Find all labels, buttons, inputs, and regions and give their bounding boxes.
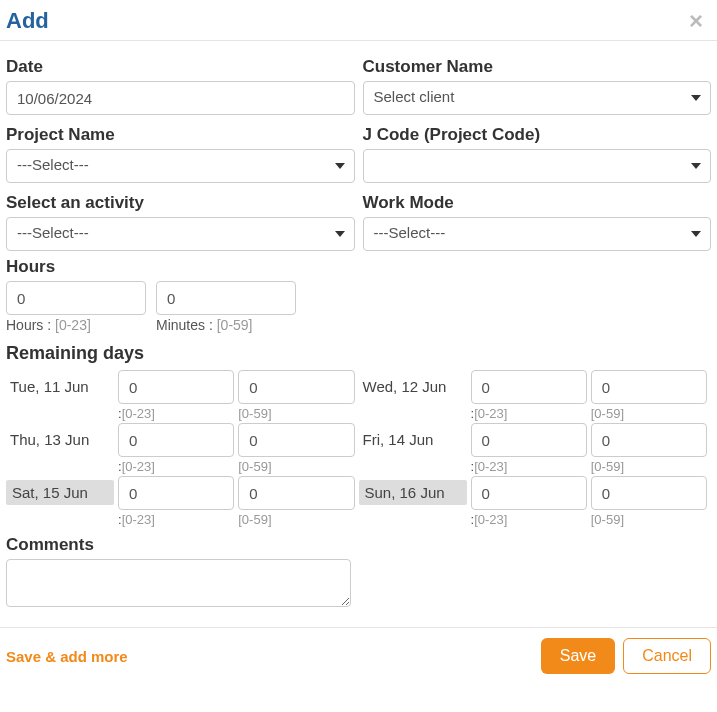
date-input[interactable] — [6, 81, 355, 115]
remaining-day-hours-hint: :[0-23] — [118, 512, 234, 527]
jcode-label: J Code (Project Code) — [363, 125, 712, 145]
remaining-day-minutes-hint: [0-59] — [591, 512, 707, 527]
workmode-select[interactable]: ---Select--- — [363, 217, 712, 251]
remaining-day-label: Fri, 14 Jun — [359, 423, 467, 452]
remaining-day-hours-input[interactable] — [471, 423, 587, 457]
close-icon[interactable]: × — [681, 9, 711, 33]
remaining-day-minutes-hint: [0-59] — [591, 406, 707, 421]
remaining-day-label: Thu, 13 Jun — [6, 423, 114, 452]
remaining-day-minutes-input[interactable] — [238, 423, 354, 457]
remaining-day-label: Wed, 12 Jun — [359, 370, 467, 399]
save-button[interactable]: Save — [541, 638, 615, 674]
remaining-day-hours-input[interactable] — [118, 370, 234, 404]
remaining-day-minutes-input[interactable] — [238, 370, 354, 404]
remaining-day-label: Sun, 16 Jun — [359, 480, 467, 505]
remaining-day-cell: Sun, 16 Jun:[0-23][0-59] — [359, 474, 712, 527]
minutes-input[interactable] — [156, 281, 296, 315]
remaining-day-minutes-input[interactable] — [591, 423, 707, 457]
remaining-day-cell: Wed, 12 Jun:[0-23][0-59] — [359, 368, 712, 421]
customer-select[interactable]: Select client — [363, 81, 712, 115]
remaining-day-minutes-input[interactable] — [591, 476, 707, 510]
remaining-day-label: Tue, 11 Jun — [6, 370, 114, 399]
remaining-day-hours-input[interactable] — [118, 423, 234, 457]
remaining-day-hours-hint: :[0-23] — [471, 459, 587, 474]
remaining-day-minutes-input[interactable] — [591, 370, 707, 404]
customer-label: Customer Name — [363, 57, 712, 77]
remaining-day-hours-hint: :[0-23] — [471, 406, 587, 421]
modal-title: Add — [6, 8, 49, 34]
remaining-day-cell: Sat, 15 Jun:[0-23][0-59] — [6, 474, 359, 527]
remaining-day-cell: Tue, 11 Jun:[0-23][0-59] — [6, 368, 359, 421]
project-label: Project Name — [6, 125, 355, 145]
hours-label: Hours — [6, 257, 711, 277]
save-add-more-link[interactable]: Save & add more — [6, 648, 128, 665]
remaining-day-hours-input[interactable] — [471, 476, 587, 510]
remaining-day-label: Sat, 15 Jun — [6, 480, 114, 505]
jcode-select[interactable] — [363, 149, 712, 183]
hours-hint: Hours : [0-23] — [6, 317, 146, 333]
remaining-days-title: Remaining days — [6, 343, 711, 364]
comments-label: Comments — [6, 535, 711, 555]
minutes-hint: Minutes : [0-59] — [156, 317, 296, 333]
remaining-day-hours-hint: :[0-23] — [118, 459, 234, 474]
activity-select[interactable]: ---Select--- — [6, 217, 355, 251]
remaining-day-cell: Thu, 13 Jun:[0-23][0-59] — [6, 421, 359, 474]
project-select[interactable]: ---Select--- — [6, 149, 355, 183]
date-label: Date — [6, 57, 355, 77]
remaining-day-minutes-hint: [0-59] — [238, 459, 354, 474]
activity-label: Select an activity — [6, 193, 355, 213]
remaining-day-minutes-hint: [0-59] — [591, 459, 707, 474]
hours-input[interactable] — [6, 281, 146, 315]
remaining-day-hours-hint: :[0-23] — [118, 406, 234, 421]
workmode-label: Work Mode — [363, 193, 712, 213]
remaining-day-cell: Fri, 14 Jun:[0-23][0-59] — [359, 421, 712, 474]
remaining-day-hours-hint: :[0-23] — [471, 512, 587, 527]
remaining-day-hours-input[interactable] — [471, 370, 587, 404]
remaining-day-minutes-hint: [0-59] — [238, 512, 354, 527]
remaining-day-minutes-input[interactable] — [238, 476, 354, 510]
remaining-day-minutes-hint: [0-59] — [238, 406, 354, 421]
remaining-day-hours-input[interactable] — [118, 476, 234, 510]
cancel-button[interactable]: Cancel — [623, 638, 711, 674]
comments-textarea[interactable] — [6, 559, 351, 607]
